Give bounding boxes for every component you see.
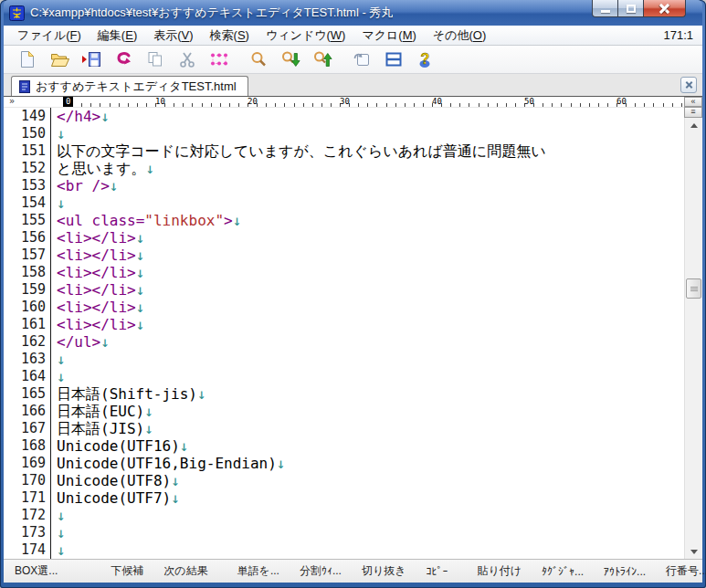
status-item[interactable]: 貼り付け [478, 563, 522, 579]
ruler-collapse-button[interactable]: « [684, 97, 702, 107]
line-code: ↓ [57, 368, 66, 385]
hidemaru-window: C:¥xampp¥htdocs¥test¥おすすめテキストエディタTEST.ht… [0, 0, 706, 588]
line-number: 174 [4, 541, 51, 559]
copy-button[interactable] [144, 48, 166, 70]
editor-line: 165日本語(Shift-jis)↓ [4, 385, 684, 403]
scrollbar-track[interactable] [685, 132, 702, 544]
status-item[interactable]: 分割ｳｨ... [300, 563, 342, 579]
menu-item-file[interactable]: ファイル(F) [9, 26, 90, 46]
scroll-up-button[interactable] [685, 118, 702, 132]
split-window-icon [384, 49, 404, 69]
line-code: 日本語(Shift-jis)↓ [57, 385, 206, 403]
tab-close-icon [685, 81, 693, 89]
menu-item-other[interactable]: その他(O) [425, 26, 494, 46]
status-item[interactable]: 単語を... [237, 563, 279, 579]
line-number: 156 [4, 229, 51, 247]
editor-line: 164↓ [4, 368, 684, 385]
outline-list-button[interactable]: ≡ [684, 107, 702, 118]
newline-mark-icon: ↓ [57, 541, 66, 559]
tab-bar: おすすめテキストエディタTEST.html [4, 74, 702, 97]
line-number: 172 [4, 507, 51, 524]
line-number: 151 [4, 142, 51, 160]
line-code: ↓ [57, 125, 66, 142]
editor-line: 174↓ [4, 541, 684, 559]
menu-item-macro[interactable]: マクロ(M) [353, 26, 424, 46]
ruler-mark: 60 [616, 97, 627, 107]
status-items: BOX選...下候補次の結果単語を...分割ｳｨ...切り抜きｺﾋﾟｰ貼り付けﾀ… [15, 563, 691, 579]
box-select-button[interactable] [208, 48, 230, 70]
close-button[interactable] [644, 0, 686, 17]
maximize-button[interactable] [618, 0, 644, 17]
line-number: 159 [4, 281, 51, 299]
split-window-button[interactable] [383, 48, 405, 70]
line-number: 155 [4, 212, 51, 229]
menu-item-edit[interactable]: 編集(E) [90, 26, 145, 46]
editor-line: 168Unicode(UTF16)↓ [4, 437, 684, 455]
newline-mark-icon: ↓ [144, 420, 153, 437]
newline-mark-icon: ↓ [277, 455, 286, 472]
newline-mark-icon: ↓ [171, 489, 180, 507]
menu-item-search[interactable]: 検索(S) [202, 26, 258, 46]
vertical-scrollbar[interactable] [684, 118, 702, 559]
search-prev-button[interactable] [311, 48, 333, 70]
status-item[interactable]: 行番号... [666, 563, 706, 579]
editor-line: 162</ul>↓ [4, 333, 684, 351]
newline-mark-icon: ↓ [233, 212, 242, 229]
newline-mark-icon: ↓ [180, 437, 189, 455]
status-bar: BOX選...下候補次の結果単語を...分割ｳｨ...切り抜きｺﾋﾟｰ貼り付けﾀ… [4, 559, 702, 583]
minimize-icon [601, 10, 610, 13]
menu-item-view[interactable]: 表示(V) [145, 26, 201, 46]
status-item[interactable]: BOX選... [15, 563, 58, 579]
undo-button[interactable] [112, 48, 134, 70]
tab-close-button[interactable] [680, 77, 697, 93]
editor-line: 171Unicode(UTF7)↓ [4, 489, 684, 507]
editor-line: 149</h4>↓ [4, 108, 684, 125]
cut-button[interactable] [176, 48, 198, 70]
line-code: </ul>↓ [57, 333, 110, 351]
status-item[interactable]: 下候補 [111, 563, 143, 579]
status-item[interactable]: ﾀｸﾞｼﾞｬ... [542, 565, 584, 578]
line-number: 166 [4, 403, 51, 420]
undo-icon [113, 49, 133, 69]
line-code: ↓ [57, 194, 66, 212]
tag-jump-button[interactable] [351, 48, 373, 70]
line-code: ↓ [57, 507, 66, 524]
line-number: 162 [4, 333, 51, 351]
line-number: 170 [4, 472, 51, 489]
search-next-button[interactable] [279, 48, 301, 70]
editor-area[interactable]: 149</h4>↓150↓151以下の文字コードに対応していますが、これぐらいあ… [4, 108, 684, 559]
minimize-button[interactable] [592, 0, 618, 17]
open-file-button[interactable] [48, 48, 70, 70]
line-code: ↓ [57, 524, 66, 541]
line-code: 日本語(EUC)↓ [57, 403, 153, 420]
search-button[interactable] [248, 48, 269, 70]
editor-line: 154↓ [4, 194, 684, 212]
menu-item-window[interactable]: ウィンドウ(W) [258, 26, 353, 46]
scrollbar-thumb[interactable] [686, 278, 701, 299]
newline-mark-icon: ↓ [171, 472, 180, 489]
save-button[interactable] [80, 48, 102, 70]
status-item[interactable]: ｱｳﾄﾗｲﾝ... [604, 565, 646, 578]
line-number: 165 [4, 385, 51, 403]
ruler-mark: 50 [524, 97, 534, 107]
ruler-marks: 0102030405060 [63, 97, 684, 108]
scroll-down-button[interactable] [685, 544, 702, 559]
svg-text:?: ? [421, 51, 430, 67]
ruler-mark: 0 [63, 97, 73, 107]
newline-mark-icon: ↓ [136, 281, 145, 299]
status-item[interactable]: 切り抜き [362, 563, 406, 579]
status-item[interactable]: 次の結果 [163, 563, 207, 579]
menu-items: ファイル(F)編集(E)表示(V)検索(S)ウィンドウ(W)マクロ(M)その他(… [9, 26, 494, 46]
line-code: 以下の文字コードに対応していますが、これぐらいあれば普通に問題無い [57, 142, 546, 160]
help-button[interactable]: ? [415, 48, 437, 70]
tab-active-document[interactable]: おすすめテキストエディタTEST.html [11, 76, 248, 96]
save-icon [81, 49, 101, 69]
status-item[interactable]: ｺﾋﾟｰ [427, 565, 448, 578]
copy-icon [145, 49, 165, 69]
newline-mark-icon: ↓ [57, 125, 66, 142]
line-code: <br />↓ [57, 177, 118, 194]
newline-mark-icon: ↓ [57, 507, 66, 524]
new-file-button[interactable] [16, 48, 38, 70]
title-bar: C:¥xampp¥htdocs¥test¥おすすめテキストエディタTEST.ht… [4, 0, 702, 26]
line-code: 日本語(JIS)↓ [57, 420, 153, 437]
